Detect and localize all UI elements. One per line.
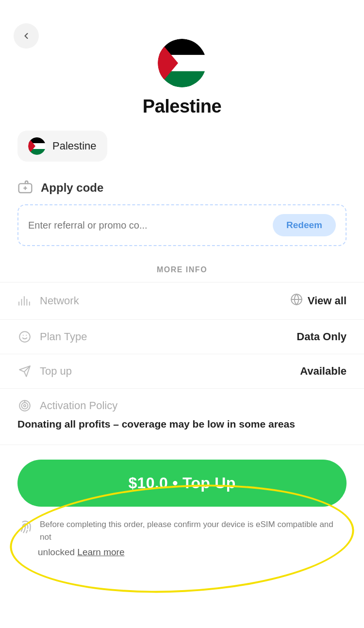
face-icon bbox=[17, 331, 32, 343]
coupon-icon bbox=[17, 179, 33, 197]
network-value: View all bbox=[290, 293, 347, 309]
plan-type-value: Data Only bbox=[297, 331, 347, 343]
disclaimer-section: Before completing this order, please con… bbox=[17, 518, 347, 543]
fingerprint-icon bbox=[17, 519, 33, 538]
back-button[interactable] bbox=[14, 23, 39, 49]
plan-type-row: Plan Type Data Only bbox=[0, 320, 364, 354]
plan-type-label: Plan Type bbox=[40, 331, 87, 343]
apply-code-section: Apply code bbox=[17, 179, 347, 197]
activation-policy-row: Activation Policy Donating all profits –… bbox=[0, 389, 364, 445]
globe-icon bbox=[290, 293, 303, 309]
topup-section: $10.0 • Top Up bbox=[17, 460, 347, 507]
disclaimer-text: Before completing this order, please con… bbox=[40, 518, 347, 543]
apply-code-title: Apply code bbox=[41, 181, 103, 195]
country-selector-label: Palestine bbox=[52, 140, 97, 152]
redeem-button[interactable]: Redeem bbox=[273, 214, 336, 236]
topup-label: Top up bbox=[40, 365, 72, 378]
topup-row: Top up Available bbox=[0, 354, 364, 389]
country-header: Palestine bbox=[0, 39, 364, 117]
topup-button[interactable]: $10.0 • Top Up bbox=[17, 460, 347, 507]
country-flag bbox=[158, 39, 206, 87]
country-selector[interactable]: Palestine bbox=[17, 131, 107, 162]
svg-point-20 bbox=[19, 331, 30, 342]
network-label: Network bbox=[40, 295, 79, 307]
activation-policy-desc: Donating all profits – coverage may be l… bbox=[17, 417, 347, 431]
promo-input[interactable] bbox=[28, 220, 273, 231]
more-info-label: MORE INFO bbox=[0, 265, 364, 274]
activation-policy-label: Activation Policy bbox=[40, 399, 117, 412]
disclaimer-footer: unlocked Learn more bbox=[17, 547, 347, 558]
unlocked-label: unlocked bbox=[38, 547, 75, 557]
signal-icon bbox=[17, 295, 32, 307]
topup-value: Available bbox=[300, 365, 347, 378]
learn-more-link[interactable]: Learn more bbox=[77, 547, 124, 557]
network-row[interactable]: Network View all bbox=[0, 282, 364, 320]
send-icon bbox=[17, 365, 32, 378]
svg-point-26 bbox=[22, 403, 28, 409]
country-title: Palestine bbox=[143, 96, 221, 117]
target-icon bbox=[17, 399, 32, 412]
selector-flag bbox=[28, 137, 46, 155]
promo-code-box[interactable]: Redeem bbox=[17, 204, 347, 246]
svg-point-27 bbox=[24, 405, 26, 407]
